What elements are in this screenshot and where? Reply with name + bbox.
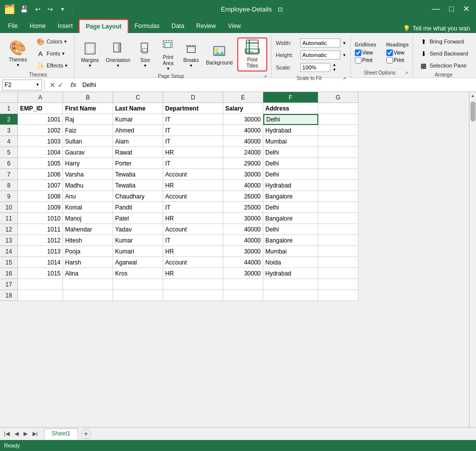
grid-cell[interactable]: EMP_ID	[18, 103, 63, 114]
col-header-d[interactable]: D	[163, 92, 223, 103]
row-header-13[interactable]: 13	[0, 235, 18, 246]
grid-cell[interactable]	[318, 279, 358, 290]
tab-file[interactable]: File	[2, 19, 24, 33]
grid-cell[interactable]	[318, 114, 358, 125]
grid-cell[interactable]: Delhi	[263, 158, 318, 169]
grid-cell[interactable]: Harry	[63, 158, 113, 169]
grid-cell[interactable]: Address	[263, 103, 318, 114]
grid-cell[interactable]: 29000	[223, 158, 263, 169]
table-row[interactable]: 1015AlinaKrosHR30000Hydrabad	[18, 268, 469, 279]
width-chevron[interactable]: ▼	[342, 41, 346, 46]
minimize-button[interactable]: —	[429, 4, 442, 14]
grid-cell[interactable]	[318, 202, 358, 213]
headings-print-checkbox[interactable]	[386, 57, 393, 64]
grid-cell[interactable]: Gaurav	[63, 147, 113, 158]
gridlines-print-checkbox[interactable]	[355, 57, 361, 64]
dropdown-arrow[interactable]: ▼	[58, 6, 67, 13]
first-sheet-button[interactable]: |◀	[2, 430, 12, 438]
grid-cell[interactable]: 30000	[223, 268, 263, 279]
breaks-button[interactable]: Breaks ▼	[181, 39, 202, 70]
grid-cell[interactable]: HR	[163, 147, 223, 158]
grid-cell[interactable]: 40000	[223, 136, 263, 147]
grid-cell[interactable]	[318, 246, 358, 257]
grid-cell[interactable]: Salary	[223, 103, 263, 114]
margins-button[interactable]: Margins ▼	[79, 39, 101, 70]
fonts-button[interactable]: A Fonts ▼	[34, 48, 70, 59]
table-row[interactable]: 1013PoojaKumariHR30000Mumbai	[18, 246, 469, 257]
col-header-g[interactable]: G	[318, 92, 358, 103]
grid-cell[interactable]: Delhi	[263, 147, 318, 158]
row-header-12[interactable]: 12	[0, 224, 18, 235]
grid-cell[interactable]: Tewatia	[113, 169, 163, 180]
grid-cell[interactable]	[113, 279, 163, 290]
grid-cell[interactable]	[263, 279, 318, 290]
table-row[interactable]	[18, 290, 469, 301]
grid-cell[interactable]: 30000	[223, 114, 263, 125]
grid-cell[interactable]: Chaudhary	[113, 191, 163, 202]
grid-cell[interactable]: Account	[163, 169, 223, 180]
grid-cell[interactable]	[318, 103, 358, 114]
grid-cell[interactable]	[318, 147, 358, 158]
grid-cell[interactable]	[318, 224, 358, 235]
name-box-arrow[interactable]: ▼	[36, 82, 40, 87]
grid-cell[interactable]	[318, 158, 358, 169]
grid-cell[interactable]: Hitesh	[63, 235, 113, 246]
grid-cell[interactable]: 30000	[223, 246, 263, 257]
grid-cell[interactable]	[223, 290, 263, 301]
grid-cell[interactable]: Porter	[113, 158, 163, 169]
grid-cell[interactable]: Alina	[63, 268, 113, 279]
grid-cell[interactable]	[318, 290, 358, 301]
grid-cell[interactable]: IT	[163, 136, 223, 147]
grid-cell[interactable]: Pandit	[113, 202, 163, 213]
themes-button[interactable]: 🎨 Themes ▼	[6, 38, 30, 70]
grid-cell[interactable]: Delhi	[263, 114, 318, 125]
grid-cell[interactable]: Bangalore	[263, 191, 318, 202]
row-header-3[interactable]: 3	[0, 125, 18, 136]
grid-cell[interactable]: Manoj	[63, 213, 113, 224]
grid-cell[interactable]	[163, 279, 223, 290]
print-area-button[interactable]: Print Area ▼	[158, 36, 179, 72]
grid-cell[interactable]	[318, 180, 358, 191]
grid-cell[interactable]	[18, 290, 63, 301]
grid-cell[interactable]	[318, 136, 358, 147]
grid-cell[interactable]	[318, 268, 358, 279]
tab-review[interactable]: Review	[190, 19, 222, 33]
grid-cell[interactable]: Hydrabad	[263, 268, 318, 279]
sheet1-tab[interactable]: Sheet1	[44, 428, 78, 440]
tab-home[interactable]: Home	[24, 19, 52, 33]
grid-cell[interactable]	[318, 191, 358, 202]
grid-cell[interactable]: 1001	[18, 114, 63, 125]
grid-cell[interactable]: 40000	[223, 180, 263, 191]
undo-button[interactable]: ↩	[33, 4, 43, 14]
grid-cell[interactable]: 1007	[18, 180, 63, 191]
scroll-up-button[interactable]: ▲	[471, 92, 475, 100]
table-row[interactable]: EMP_IDFirst NameLast NameDepartmentSalar…	[18, 103, 469, 114]
grid-cell[interactable]: Hydrabad	[263, 180, 318, 191]
grid-cell[interactable]: HR	[163, 268, 223, 279]
grid-cell[interactable]: Bangalore	[263, 235, 318, 246]
grid-cell[interactable]: IT	[163, 202, 223, 213]
grid-cell[interactable]: Kumar	[113, 114, 163, 125]
last-sheet-button[interactable]: ▶|	[31, 430, 40, 438]
grid-cell[interactable]: Bangalore	[263, 213, 318, 224]
table-row[interactable]: 1006VarshaTewatiaAccount30000Delhi	[18, 169, 469, 180]
name-box[interactable]: F2 ▼	[2, 80, 42, 90]
scale-input[interactable]	[300, 63, 330, 72]
grid-cell[interactable]: Tewatia	[113, 180, 163, 191]
background-button[interactable]: Background	[204, 42, 235, 68]
save-button[interactable]: 💾	[18, 4, 30, 14]
row-header-11[interactable]: 11	[0, 213, 18, 224]
grid-cell[interactable]: 1013	[18, 246, 63, 257]
table-row[interactable]: 1011MahendarYadavAccount40000Delhi	[18, 224, 469, 235]
scale-spinner-up[interactable]: ▲▼	[332, 62, 336, 72]
grid-cell[interactable]: 1014	[18, 257, 63, 268]
grid-cell[interactable]: Pooja	[63, 246, 113, 257]
tab-view[interactable]: View	[222, 19, 247, 33]
grid-cell[interactable]: Noida	[263, 257, 318, 268]
row-header-9[interactable]: 9	[0, 191, 18, 202]
print-titles-button[interactable]: Print Print Titles	[237, 38, 267, 72]
grid-cell[interactable]: Kumar	[113, 235, 163, 246]
grid-cell[interactable]: Mumbai	[263, 246, 318, 257]
grid-cell[interactable]: Kumari	[113, 246, 163, 257]
col-header-c[interactable]: C	[113, 92, 163, 103]
